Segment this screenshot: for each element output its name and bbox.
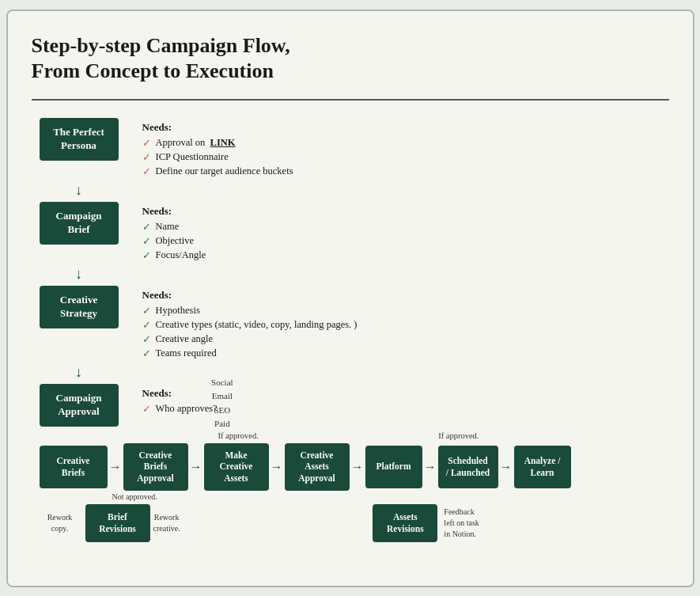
- check-icon: ✓: [142, 221, 151, 233]
- needs-list-3: ✓Hypothesis ✓Creative types (static, vid…: [142, 305, 358, 360]
- need-item: ✓Who approves?: [142, 403, 218, 416]
- channel-list: Social Email SEO Paid: [211, 376, 233, 431]
- not-approved-label: Not approved.: [112, 492, 157, 501]
- make-creative-assets-box: MakeCreativeAssets: [204, 443, 269, 492]
- check-icon: ✓: [142, 333, 151, 346]
- perfect-persona-info: Needs: ✓Approval on LINK ✓ICP Questionna…: [142, 118, 293, 180]
- need-item: ✓Define our target audience buckets: [142, 165, 293, 178]
- campaign-approval-box: CampaignApproval: [40, 384, 119, 427]
- needs-label-4: Needs:: [142, 387, 218, 400]
- analyze-learn-box: Analyze /Learn: [514, 446, 571, 488]
- step-campaign-brief: CampaignBrief Needs: ✓Name ✓Objective ✓F…: [40, 202, 206, 264]
- assets-revisions-box: AssetsRevisions: [373, 504, 437, 542]
- arrow-down-3: ↓: [40, 362, 119, 384]
- rework-creative-label: Reworkcreative.: [153, 512, 180, 534]
- needs-list-4: ✓Who approves?: [142, 403, 218, 416]
- check-icon: ✓: [142, 305, 151, 317]
- not-approved-area: Not approved.: [108, 492, 157, 501]
- check-icon: ✓: [142, 403, 151, 416]
- perfect-persona-box: The PerfectPersona: [40, 118, 119, 161]
- step-creative-strategy: CreativeStrategy Needs: ✓Hypothesis ✓Cre…: [40, 286, 358, 362]
- campaign-brief-box: CampaignBrief: [40, 202, 119, 245]
- divider: [32, 99, 669, 101]
- channel-seo: SEO: [211, 404, 233, 418]
- creative-briefs-box: CreativeBriefs: [40, 446, 108, 488]
- channel-social: Social: [211, 376, 233, 390]
- campaign-approval-info: Needs: ✓Who approves? Social Email SEO P…: [142, 384, 218, 417]
- check-icon: ✓: [142, 347, 151, 360]
- channel-paid: Paid: [211, 417, 233, 431]
- need-item: ✓Creative types (static, video, copy, la…: [142, 319, 358, 332]
- link-text[interactable]: LINK: [210, 137, 236, 149]
- check-icon: ✓: [142, 165, 151, 178]
- needs-label-3: Needs:: [142, 289, 358, 302]
- if-approved-1: If approved.: [218, 431, 259, 440]
- check-icon: ✓: [142, 151, 151, 164]
- check-icon: ✓: [142, 319, 151, 332]
- creative-strategy-box: CreativeStrategy: [40, 286, 119, 328]
- need-item: ✓ICP Questionnaire: [142, 151, 293, 164]
- arrow-h6: →: [500, 460, 513, 474]
- creative-assets-approval-box: CreativeAssetsApproval: [285, 443, 350, 492]
- creative-briefs-approval-box: CreativeBriefsApproval: [123, 443, 188, 492]
- channel-email: Email: [211, 389, 233, 404]
- need-item: ✓Name: [142, 221, 206, 233]
- platform-box: Platform: [365, 446, 422, 488]
- bottom-flow: Reworkcopy. BriefRevisions Reworkcreativ…: [40, 504, 669, 542]
- brief-revisions-box: BriefRevisions: [85, 504, 150, 542]
- step-perfect-persona: The PerfectPersona Needs: ✓Approval on L…: [40, 118, 293, 180]
- need-item: ✓Creative angle: [142, 333, 358, 346]
- arrow-h3: →: [271, 460, 283, 474]
- horiz-flow: CreativeBriefs → CreativeBriefsApproval …: [40, 443, 571, 492]
- if-approved-2: If approved.: [438, 431, 479, 440]
- needs-label-1: Needs:: [142, 121, 293, 134]
- need-item: ✓Objective: [142, 235, 206, 248]
- feedback-label: Feedbackleft on taskin Notion.: [444, 507, 479, 540]
- rework-copy-label: Reworkcopy.: [40, 512, 81, 534]
- needs-label-2: Needs:: [142, 205, 206, 218]
- creative-strategy-info: Needs: ✓Hypothesis ✓Creative types (stat…: [142, 286, 358, 362]
- check-icon: ✓: [142, 235, 151, 248]
- main-card: Step-by-step Campaign Flow, From Concept…: [6, 9, 694, 587]
- check-icon: ✓: [142, 249, 151, 262]
- rework-creative-area: Reworkcreative.: [153, 512, 180, 534]
- need-item: ✓Focus/Angle: [142, 249, 206, 262]
- need-item: ✓Teams required: [142, 347, 358, 360]
- arrow-h5: →: [424, 460, 437, 474]
- if-approved-row: If approved. If approved.: [40, 431, 669, 440]
- check-icon: ✓: [142, 137, 151, 150]
- arrow-down-1: ↓: [40, 180, 119, 202]
- step-campaign-approval: CampaignApproval Needs: ✓Who approves? S…: [40, 384, 218, 427]
- arrow-h1: →: [109, 460, 122, 474]
- arrow-h4: →: [351, 460, 364, 474]
- needs-list-2: ✓Name ✓Objective ✓Focus/Angle: [142, 221, 206, 262]
- vertical-flow: The PerfectPersona Needs: ✓Approval on L…: [40, 118, 669, 543]
- need-item: ✓Hypothesis: [142, 305, 358, 317]
- campaign-brief-info: Needs: ✓Name ✓Objective ✓Focus/Angle: [142, 202, 206, 264]
- arrow-down-2: ↓: [40, 264, 119, 286]
- arrow-h2: →: [190, 460, 202, 474]
- need-item: ✓Approval on LINK: [142, 137, 293, 150]
- scheduled-launched-box: Scheduled/ Launched: [438, 446, 498, 488]
- page-title: Step-by-step Campaign Flow, From Concept…: [32, 33, 669, 85]
- needs-list-1: ✓Approval on LINK ✓ICP Questionnaire ✓De…: [142, 137, 293, 178]
